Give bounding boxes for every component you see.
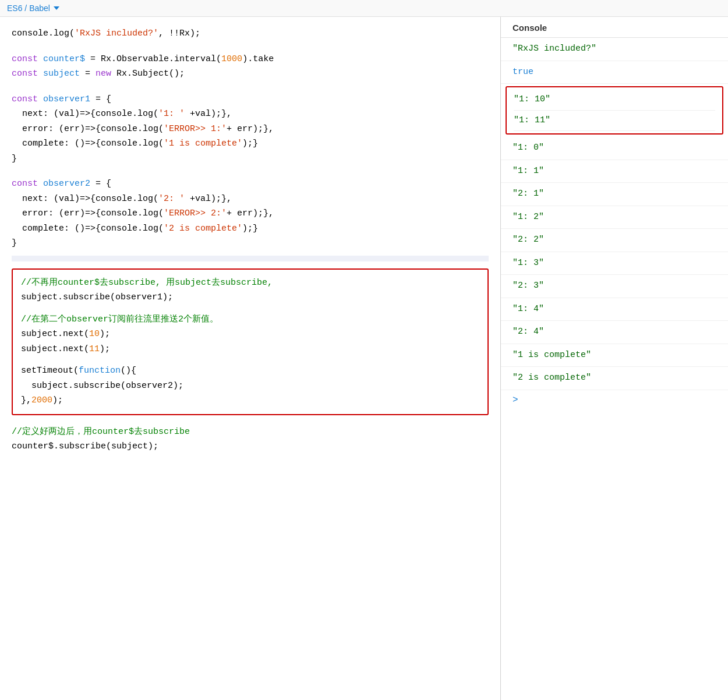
code-observer2-error: error: (err)=>{console.log('ERROR>> 2:'+… (12, 206, 489, 221)
console-highlighted-group: "1: 10""1: 11" (506, 86, 723, 135)
code-observer2-complete: complete: ()=>{console.log('2 is complet… (12, 221, 489, 236)
console-entry: "1: 1" (501, 160, 728, 183)
console-entry: "2: 3" (501, 275, 728, 298)
code-settimeout-end: },2000); (21, 393, 479, 408)
code-comment-3: //定义好两边后，用counter$去subscribe (12, 425, 489, 440)
code-observer1-complete: complete: ()=>{console.log('1 is complet… (12, 136, 489, 151)
console-entry: "1: 2" (501, 206, 728, 229)
code-observer1-error: error: (err)=>{console.log('ERROR>> 1:'+… (12, 122, 489, 137)
code-comment-1: //不再用counter$去subscribe, 用subject去subscr… (21, 275, 479, 291)
console-header: Console (501, 17, 728, 38)
console-entry: "1: 0" (501, 137, 728, 160)
console-entries: "RxJS included?"true"1: 10""1: 11""1: 0"… (501, 38, 728, 390)
highlighted-code-block: //不再用counter$去subscribe, 用subject去subscr… (12, 268, 489, 415)
code-settimeout: setTimeout(function(){ (21, 363, 479, 379)
console-entry: "RxJS included?" (501, 38, 728, 61)
code-counter-subscribe: counter$.subscribe(subject); (12, 439, 489, 454)
code-line-subject: const subject = new Rx.Subject(); (12, 66, 489, 82)
code-subscribe-1: subject.subscribe(observer1); (21, 290, 479, 305)
code-observer2-end: } (12, 236, 489, 251)
lang-selector[interactable]: ES6 / Babel (7, 3, 59, 13)
code-observer2-next: next: (val)=>{console.log('2: ' +val);}, (12, 192, 489, 207)
code-next-10: subject.next(10); (21, 327, 479, 342)
code-line-counter: const counter$ = Rx.Observable.interval(… (12, 52, 489, 67)
console-entry: "2: 1" (501, 183, 728, 206)
console-entry: "1: 3" (501, 252, 728, 275)
console-entry: "1: 10" (514, 90, 715, 111)
console-entry: "1: 11" (514, 111, 715, 132)
console-entry: "1 is complete" (501, 344, 728, 367)
console-entry: "2: 2" (501, 229, 728, 252)
code-subscribe-2: subject.subscribe(observer2); (21, 379, 479, 394)
code-panel[interactable]: console.log('RxJS included?', !!Rx); con… (0, 17, 501, 700)
main-layout: console.log('RxJS included?', !!Rx); con… (0, 17, 728, 700)
code-observer1-start: const observer1 = { (12, 92, 489, 107)
code-observer1-next: next: (val)=>{console.log('1: ' +val);}, (12, 107, 489, 122)
code-comment-2: //在第二个observer订阅前往流里推送2个新值。 (21, 312, 479, 327)
top-bar: ES6 / Babel (0, 0, 728, 17)
lang-label: ES6 / Babel (7, 3, 50, 13)
code-observer1-end: } (12, 151, 489, 167)
code-line-1: console.log('RxJS included?', !!Rx); (12, 26, 489, 41)
console-prompt[interactable]: > (501, 390, 728, 410)
console-entry: "2: 4" (501, 321, 728, 344)
code-next-11: subject.next(11); (21, 342, 479, 357)
console-entry: true (501, 61, 728, 84)
console-panel: Console "RxJS included?"true"1: 10""1: 1… (501, 17, 728, 700)
code-observer2-start: const observer2 = { (12, 176, 489, 192)
chevron-down-icon (54, 6, 59, 10)
console-entry: "2 is complete" (501, 367, 728, 390)
console-entry: "1: 4" (501, 298, 728, 321)
